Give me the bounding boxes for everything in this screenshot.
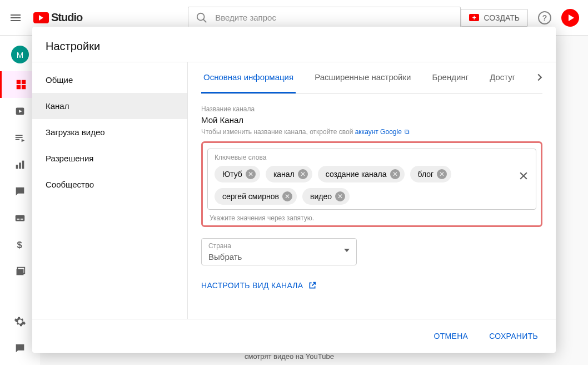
chip-remove-icon[interactable]: ✕ bbox=[246, 169, 256, 179]
help-icon[interactable]: ? bbox=[538, 11, 551, 24]
header-actions: СОЗДАТЬ ? bbox=[461, 9, 579, 27]
sidebar-item-community[interactable]: Сообщество bbox=[32, 171, 187, 198]
channel-name-hint: Чтобы изменить название канала, откройте… bbox=[201, 128, 542, 136]
create-video-icon bbox=[469, 14, 479, 21]
cancel-button[interactable]: ОТМЕНА bbox=[427, 327, 475, 345]
keywords-field[interactable]: Ключевые слова Ютуб✕канал✕создание канал… bbox=[207, 149, 536, 210]
modal-content: Основная информация Расширенные настройк… bbox=[188, 62, 556, 319]
country-select[interactable]: Страна Выбрать bbox=[201, 238, 357, 265]
create-label: СОЗДАТЬ bbox=[484, 13, 520, 22]
tab-branding[interactable]: Брендинг bbox=[430, 62, 471, 93]
configure-channel-link[interactable]: НАСТРОИТЬ ВИД КАНАЛА bbox=[201, 281, 542, 290]
svg-rect-13 bbox=[21, 219, 23, 220]
modal-footer: ОТМЕНА СОХРАНИТЬ bbox=[32, 319, 556, 353]
keyword-chip: создание канала✕ bbox=[318, 166, 405, 182]
keyword-chip: Ютуб✕ bbox=[215, 166, 260, 182]
modal-body: Общие Канал Загрузка видео Разрешения Со… bbox=[32, 62, 556, 319]
channel-play-avatar[interactable] bbox=[561, 9, 579, 27]
keywords-helper: Укажите значения через запятую. bbox=[207, 214, 536, 222]
channel-name-value: Мой Канал bbox=[201, 115, 542, 125]
keyword-chip: блог✕ bbox=[410, 166, 452, 182]
chip-remove-icon[interactable]: ✕ bbox=[282, 191, 292, 201]
tabs: Основная информация Расширенные настройк… bbox=[201, 62, 542, 94]
svg-rect-3 bbox=[21, 80, 25, 84]
keywords-label: Ключевые слова bbox=[215, 154, 511, 161]
clear-keywords-icon[interactable] bbox=[518, 170, 529, 184]
svg-line-1 bbox=[203, 19, 207, 22]
search-input[interactable] bbox=[188, 7, 461, 29]
studio-logo[interactable]: Studio bbox=[33, 11, 82, 24]
tab-advanced[interactable]: Расширенные настройки bbox=[312, 62, 413, 93]
search-wrap bbox=[188, 7, 461, 29]
external-link-icon: ⧉ bbox=[405, 128, 410, 136]
keyword-chip: сергей смирнов✕ bbox=[215, 188, 297, 205]
google-account-link[interactable]: аккаунт Google bbox=[355, 128, 402, 136]
sidebar-item-permissions[interactable]: Разрешения bbox=[32, 145, 187, 171]
keywords-highlight: Ключевые слова Ютуб✕канал✕создание канал… bbox=[201, 141, 542, 227]
country-value: Выбрать bbox=[208, 252, 350, 262]
svg-rect-4 bbox=[16, 85, 20, 89]
modal-title: Настройки bbox=[32, 27, 556, 62]
sidebar-item-channel[interactable]: Канал bbox=[32, 93, 187, 119]
chevron-down-icon bbox=[344, 249, 350, 252]
keyword-chip: канал✕ bbox=[266, 166, 312, 182]
chip-remove-icon[interactable]: ✕ bbox=[335, 191, 345, 201]
external-link-icon bbox=[308, 281, 317, 290]
user-avatar[interactable]: М bbox=[11, 46, 29, 63]
save-button[interactable]: СОХРАНИТЬ bbox=[482, 327, 545, 345]
background-hint: смотрят видео на YouTube bbox=[245, 352, 334, 361]
channel-name-label: Название канала bbox=[201, 105, 542, 113]
create-button[interactable]: СОЗДАТЬ bbox=[461, 9, 528, 27]
tabs-scroll-right-icon[interactable] bbox=[534, 71, 546, 86]
settings-modal: Настройки Общие Канал Загрузка видео Раз… bbox=[32, 27, 556, 353]
sidebar-item-upload[interactable]: Загрузка видео bbox=[32, 119, 187, 145]
tab-access[interactable]: Достуг bbox=[487, 62, 517, 93]
search-icon bbox=[196, 12, 208, 26]
svg-text:$: $ bbox=[17, 240, 22, 250]
svg-point-0 bbox=[197, 13, 205, 20]
keyword-chips: Ютуб✕канал✕создание канала✕блог✕сергей с… bbox=[215, 166, 511, 205]
svg-rect-10 bbox=[22, 161, 24, 169]
chip-remove-icon[interactable]: ✕ bbox=[390, 169, 400, 179]
svg-rect-9 bbox=[19, 162, 21, 169]
chip-remove-icon[interactable]: ✕ bbox=[437, 169, 447, 179]
svg-rect-8 bbox=[16, 165, 18, 169]
keyword-chip: видео✕ bbox=[302, 188, 350, 205]
svg-rect-5 bbox=[21, 85, 25, 89]
country-label: Страна bbox=[208, 242, 350, 250]
svg-rect-12 bbox=[17, 219, 20, 220]
menu-icon[interactable] bbox=[9, 11, 22, 24]
sidebar-item-general[interactable]: Общие bbox=[32, 67, 187, 93]
logo-text: Studio bbox=[51, 11, 82, 24]
youtube-icon bbox=[33, 12, 49, 23]
tab-basic-info[interactable]: Основная информация bbox=[201, 62, 296, 93]
chip-remove-icon[interactable]: ✕ bbox=[298, 169, 308, 179]
svg-rect-2 bbox=[16, 80, 20, 84]
modal-sidebar: Общие Канал Загрузка видео Разрешения Со… bbox=[32, 62, 188, 319]
svg-rect-11 bbox=[16, 215, 25, 221]
